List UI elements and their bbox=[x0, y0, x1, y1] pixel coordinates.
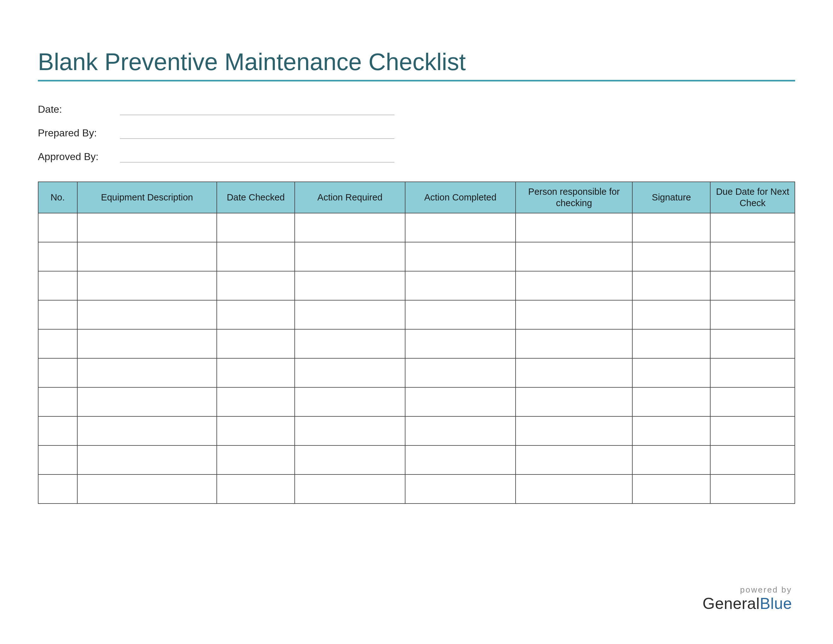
table-cell[interactable] bbox=[632, 242, 710, 271]
table-row bbox=[38, 446, 795, 475]
table-cell[interactable] bbox=[77, 213, 217, 242]
table-cell[interactable] bbox=[405, 446, 516, 475]
powered-by-label: powered by bbox=[703, 585, 792, 594]
page-title: Blank Preventive Maintenance Checklist bbox=[38, 47, 795, 76]
table-cell[interactable] bbox=[710, 416, 795, 446]
table-cell[interactable] bbox=[38, 358, 77, 387]
table-cell[interactable] bbox=[516, 446, 633, 475]
table-cell[interactable] bbox=[405, 213, 516, 242]
table-cell[interactable] bbox=[516, 387, 633, 416]
table-cell[interactable] bbox=[632, 475, 710, 504]
table-cell[interactable] bbox=[38, 300, 77, 329]
table-cell[interactable] bbox=[405, 387, 516, 416]
table-cell[interactable] bbox=[295, 446, 405, 475]
table-cell[interactable] bbox=[516, 300, 633, 329]
table-cell[interactable] bbox=[516, 358, 633, 387]
table-cell[interactable] bbox=[405, 271, 516, 300]
table-cell[interactable] bbox=[710, 475, 795, 504]
table-cell[interactable] bbox=[217, 416, 295, 446]
table-cell[interactable] bbox=[405, 416, 516, 446]
table-cell[interactable] bbox=[38, 387, 77, 416]
approved-by-label: Approved By: bbox=[38, 151, 120, 163]
table-cell[interactable] bbox=[38, 416, 77, 446]
table-cell[interactable] bbox=[217, 387, 295, 416]
table-cell[interactable] bbox=[217, 329, 295, 358]
table-cell[interactable] bbox=[516, 475, 633, 504]
table-row bbox=[38, 300, 795, 329]
table-cell[interactable] bbox=[516, 416, 633, 446]
table-cell[interactable] bbox=[217, 358, 295, 387]
table-cell[interactable] bbox=[295, 475, 405, 504]
table-cell[interactable] bbox=[77, 358, 217, 387]
table-cell[interactable] bbox=[77, 475, 217, 504]
table-cell[interactable] bbox=[38, 446, 77, 475]
table-cell[interactable] bbox=[38, 242, 77, 271]
table-cell[interactable] bbox=[405, 358, 516, 387]
col-header-action-completed: Action Completed bbox=[405, 182, 516, 213]
table-cell[interactable] bbox=[405, 242, 516, 271]
table-cell[interactable] bbox=[632, 271, 710, 300]
prepared-by-input-line[interactable] bbox=[120, 128, 394, 139]
table-cell[interactable] bbox=[77, 242, 217, 271]
table-cell[interactable] bbox=[710, 300, 795, 329]
table-cell[interactable] bbox=[217, 242, 295, 271]
table-cell[interactable] bbox=[632, 329, 710, 358]
brand-name: GeneralBlue bbox=[703, 595, 792, 612]
table-cell[interactable] bbox=[516, 242, 633, 271]
table-body bbox=[38, 213, 795, 504]
date-input-line[interactable] bbox=[120, 105, 394, 115]
table-cell[interactable] bbox=[77, 271, 217, 300]
table-cell[interactable] bbox=[632, 446, 710, 475]
table-cell[interactable] bbox=[632, 416, 710, 446]
table-cell[interactable] bbox=[38, 329, 77, 358]
table-cell[interactable] bbox=[77, 329, 217, 358]
table-cell[interactable] bbox=[516, 329, 633, 358]
table-cell[interactable] bbox=[516, 213, 633, 242]
table-cell[interactable] bbox=[710, 329, 795, 358]
table-cell[interactable] bbox=[295, 416, 405, 446]
table-cell[interactable] bbox=[217, 300, 295, 329]
col-header-equipment: Equipment Description bbox=[77, 182, 217, 213]
table-cell[interactable] bbox=[217, 446, 295, 475]
table-cell[interactable] bbox=[632, 387, 710, 416]
table-cell[interactable] bbox=[295, 242, 405, 271]
col-header-due-date: Due Date for Next Check bbox=[710, 182, 795, 213]
table-cell[interactable] bbox=[77, 416, 217, 446]
meta-row-prepared: Prepared By: bbox=[38, 127, 795, 139]
table-cell[interactable] bbox=[295, 329, 405, 358]
table-cell[interactable] bbox=[632, 213, 710, 242]
table-cell[interactable] bbox=[710, 446, 795, 475]
table-cell[interactable] bbox=[77, 300, 217, 329]
col-header-signature: Signature bbox=[632, 182, 710, 213]
table-cell[interactable] bbox=[295, 213, 405, 242]
table-cell[interactable] bbox=[710, 213, 795, 242]
table-cell[interactable] bbox=[38, 271, 77, 300]
table-cell[interactable] bbox=[632, 300, 710, 329]
col-header-person-responsible: Person responsible for checking bbox=[516, 182, 633, 213]
table-row bbox=[38, 358, 795, 387]
table-cell[interactable] bbox=[77, 446, 217, 475]
approved-by-input-line[interactable] bbox=[120, 152, 394, 163]
col-header-action-required: Action Required bbox=[295, 182, 405, 213]
table-cell[interactable] bbox=[38, 475, 77, 504]
table-cell[interactable] bbox=[217, 475, 295, 504]
table-cell[interactable] bbox=[295, 271, 405, 300]
table-cell[interactable] bbox=[710, 387, 795, 416]
table-cell[interactable] bbox=[217, 271, 295, 300]
table-cell[interactable] bbox=[405, 300, 516, 329]
table-cell[interactable] bbox=[405, 329, 516, 358]
table-cell[interactable] bbox=[217, 213, 295, 242]
table-cell[interactable] bbox=[295, 300, 405, 329]
table-cell[interactable] bbox=[710, 271, 795, 300]
table-cell[interactable] bbox=[710, 242, 795, 271]
table-cell[interactable] bbox=[632, 358, 710, 387]
table-cell[interactable] bbox=[710, 358, 795, 387]
table-cell[interactable] bbox=[516, 271, 633, 300]
table-cell[interactable] bbox=[405, 475, 516, 504]
col-header-date-checked: Date Checked bbox=[217, 182, 295, 213]
table-cell[interactable] bbox=[38, 213, 77, 242]
table-cell[interactable] bbox=[295, 358, 405, 387]
table-cell[interactable] bbox=[295, 387, 405, 416]
title-underline bbox=[38, 80, 795, 81]
table-cell[interactable] bbox=[77, 387, 217, 416]
